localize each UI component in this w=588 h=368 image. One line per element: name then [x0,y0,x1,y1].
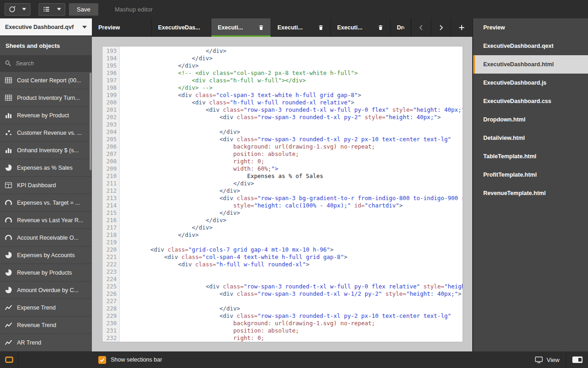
file-label: Detailview.html [483,135,525,141]
tab-nav [411,18,472,37]
sidebar-item-expenses-by-accounts[interactable]: Expenses by Accounts [0,247,92,264]
sidebar-item-customer-revenue-vs[interactable]: Customer Revenue vs. ... [0,124,92,142]
sidebar-item-label: Expenses as % Sales [17,165,73,171]
tab-label: Dropd [397,24,404,31]
tab-0-preview[interactable]: Preview [92,18,152,37]
table-icon [5,76,12,84]
save-button[interactable]: Save [69,3,98,16]
code-lines[interactable]: </div> </div> </div> <!-- <div class="co… [120,46,463,342]
table-icon [5,94,12,102]
file-panel: PreviewExecutiveDashboard.qextExecutiveD… [472,18,588,351]
pie-icon [5,251,12,259]
search-bar [0,55,92,72]
file-item-dropdown-html[interactable]: Dropdown.html [473,110,588,129]
sidebar-item-revenue-vs-last-year-r[interactable]: Revenue vs Last Year R... [0,212,92,229]
sidebar-item-ar-trend[interactable]: AR Trend [0,334,92,351]
sidebar-item-revenue-trend[interactable]: Revenue Trend [0,316,92,334]
sheets-and-objects-header: Sheets and objects [0,36,92,55]
barchart-icon [5,146,12,154]
tab-4-executi[interactable]: Executi... [331,18,390,37]
sidebar-item-onhand-inventory-s[interactable]: Onhand Inventory $ (s... [0,142,92,159]
tab-2-executi[interactable]: Executi... [211,18,271,37]
sidebar-item-account-receivable-o[interactable]: Account Receivable O... [0,229,92,247]
pie-icon [5,269,12,276]
tab-5-dropd[interactable]: Dropd [390,18,411,37]
gauge-icon [5,234,12,242]
search-icon [5,60,11,67]
trash-icon[interactable] [318,24,324,31]
sidebar-item-label: Revenue Trend [17,322,56,328]
tab-label: Executi... [218,24,243,31]
top-bar: Save Mashup editor [0,0,588,18]
sidebar-item-kpi-dashboard[interactable]: KPI Dashboard [0,177,92,194]
trash-icon[interactable] [258,24,264,31]
sidebar-item-label: AR Trend [17,339,41,346]
tab-3-executi[interactable]: Executi... [271,18,331,37]
file-item-profittemplate-html[interactable]: ProfitTemplate.html [473,166,588,184]
file-label: ExecutiveDashboard.qext [483,43,554,49]
pie-icon [5,164,12,172]
tab-bar: PreviewExecutiveDas...Executi...Executi.… [92,18,472,37]
app-selector-dropdown[interactable]: Executive Dashboard.qvf [0,18,92,36]
file-item-detailview-html[interactable]: Detailview.html [473,129,588,147]
app-icon[interactable] [0,351,18,368]
search-input[interactable] [16,60,87,67]
show-selections-label: Show selections bar [111,356,162,363]
sidebar-item-product-inventory-turn[interactable]: Product Inventory Turn... [0,89,92,107]
file-item-executivedashboard-html[interactable]: ExecutiveDashboard.html [473,55,588,74]
file-label: Preview [483,24,505,31]
file-item-tabletemplate-html[interactable]: TableTemplate.html [473,147,588,166]
sidebar-item-expenses-as-sales[interactable]: Expenses as % Sales [0,159,92,177]
list-icon [43,6,50,13]
file-label: TableTemplate.html [483,153,537,160]
show-selections-checkbox[interactable] [98,356,106,364]
sidebar-item-revenue-by-product[interactable]: Revenue by Product [0,107,92,124]
file-label: ExecutiveDashboard.html [483,61,554,68]
tab-1-executivedas[interactable]: ExecutiveDas... [152,18,211,37]
file-item-executivedashboard-js[interactable]: ExecutiveDashboard.js [473,74,588,92]
file-list: PreviewExecutiveDashboard.qextExecutiveD… [473,18,588,202]
file-item-revenuetemplate-html[interactable]: RevenueTemplate.html [473,184,588,202]
file-item-preview[interactable]: Preview [473,18,588,37]
code-editor[interactable]: 1931941951961971981992002012022032042052… [102,46,463,342]
list-menu-button[interactable] [39,3,65,16]
sidebar-item-expenses-vs-target[interactable]: Expenses vs. Target = ... [0,194,92,212]
bottom-bar: Show selections bar View [0,351,588,368]
file-label: RevenueTemplate.html [483,190,546,196]
barchart-icon [5,111,12,119]
app-selector-label: Executive Dashboard.qvf [5,24,74,30]
tab-list: PreviewExecutiveDas...Executi...Executi.… [92,18,411,37]
sheet-object-list: Cost Center Report (00...Product Invento… [0,72,92,351]
sidebar-item-label: Expense Trend [17,305,56,311]
sidebar-item-label: Revenue by Product [17,112,69,119]
display-toggle-button[interactable] [566,351,588,368]
sidebar-item-label: Account Receivable O... [17,235,79,241]
monitor-icon [535,356,543,363]
tab-scroll-right-button[interactable] [431,18,451,37]
pie-icon [5,286,12,294]
file-item-executivedashboard-css[interactable]: ExecutiveDashboard.css [473,92,588,110]
linechart-icon [5,339,12,346]
add-tab-button[interactable] [451,18,472,37]
tab-label: Preview [98,24,120,31]
sidebar-item-label: Expenses vs. Target = ... [17,200,80,206]
devhub-logo-icon [9,6,16,13]
caret-down-icon [22,8,26,11]
view-button[interactable]: View [535,356,566,363]
tab-label: Executi... [337,24,362,31]
devhub-menu-button[interactable] [5,3,30,16]
sidebar-item-revenue-by-products[interactable]: Revenue by Products [0,264,92,282]
sidebar-item-cost-center-report-00[interactable]: Cost Center Report (00... [0,72,92,89]
tab-scroll-left-button[interactable] [411,18,431,37]
page-title: Mashup editor [115,6,153,13]
view-label: View [547,356,560,363]
sidebar-item-expense-trend[interactable]: Expense Trend [0,299,92,316]
file-item-executivedashboard-qext[interactable]: ExecutiveDashboard.qext [473,37,588,55]
sheet-icon [5,181,12,189]
sidebar-item-label: Cost Center Report (00... [17,77,81,84]
sidebar-item-amount-overdue-by-c[interactable]: Amount Overdue by C... [0,282,92,299]
file-label: Dropdown.html [483,116,526,123]
trash-icon[interactable] [378,24,384,31]
sidebar-scrollbar[interactable] [90,73,91,170]
caret-down-icon [57,8,61,11]
